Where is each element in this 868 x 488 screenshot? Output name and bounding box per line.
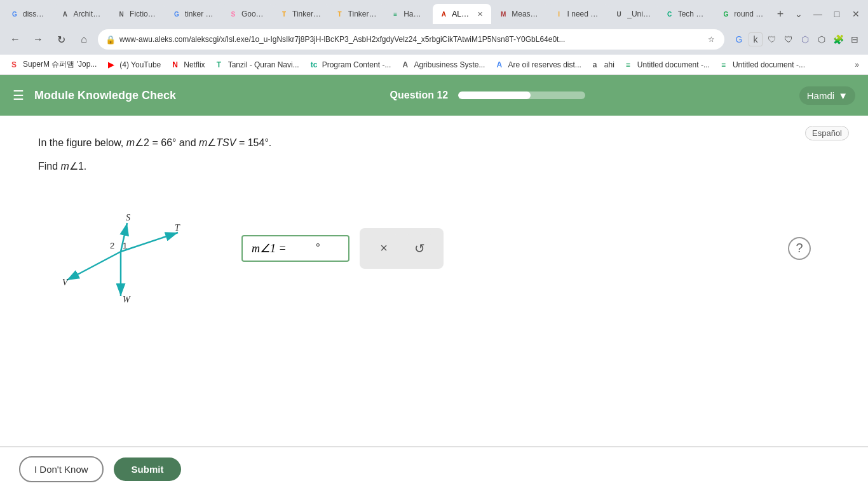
answer-area: m∠1 = ° × ↺	[241, 228, 444, 269]
tab-favicon-t13: C	[665, 10, 674, 18]
minimize-button[interactable]: —	[810, 6, 826, 22]
close-browser-button[interactable]: ✕	[848, 6, 864, 22]
back-button[interactable]: ←	[6, 30, 24, 48]
bookmark-item[interactable]: S SuperM 슈퍼맴 'Jop...	[6, 58, 102, 71]
tab-label-t8: Hamdi	[403, 10, 425, 18]
tab-label-t12: _Unit 3	[627, 10, 651, 18]
bookmark-favicon: T	[217, 60, 226, 69]
bookmarks-bar: S SuperM 슈퍼맴 'Jop... ▶ (4) YouTube N Net…	[0, 55, 868, 75]
tab-list-button[interactable]: ⌄	[790, 6, 807, 22]
help-button[interactable]: ?	[788, 237, 811, 260]
bookmark-item[interactable]: N Netflix	[167, 59, 210, 71]
bookmark-item[interactable]: ▶ (4) YouTube	[103, 59, 166, 71]
hamburger-menu[interactable]: ☰	[13, 88, 24, 103]
user-menu[interactable]: Hamdi ▼	[799, 86, 855, 105]
bookmark-favicon: A	[496, 60, 505, 69]
bookmark-label: SuperM 슈퍼맴 'Jop...	[23, 59, 97, 70]
url-bar: ← → ↻ ⌂ 🔒 www-awu.aleks.com/alekscgi/x/I…	[0, 24, 868, 55]
footer-bar: I Don't Know Submit	[0, 446, 868, 488]
ext-icon-2[interactable]: k	[749, 32, 763, 46]
answer-label: m∠1 =	[252, 241, 287, 255]
tab-label-t2: Archite...	[73, 10, 103, 18]
tab-label-t3: Fiction...	[130, 10, 158, 18]
bookmark-label: ahi	[604, 60, 614, 69]
question-area: Español In the figure below, m∠2 = 66° a…	[0, 116, 868, 446]
bookmark-label: (4) YouTube	[119, 60, 161, 69]
browser-tab-t13[interactable]: C Tech H...	[659, 4, 714, 24]
tab-bar: G dissent A Archite... N Fiction... G ti…	[0, 0, 868, 24]
forward-button[interactable]: →	[29, 30, 47, 48]
help-icon: ?	[796, 241, 803, 255]
bookmark-favicon: N	[172, 60, 181, 69]
bookmark-item[interactable]: ≡ Untitled document -...	[716, 59, 810, 71]
browser-tab-t10[interactable]: M Measu...	[492, 4, 546, 24]
ext-icon-7[interactable]: 🧩	[831, 32, 845, 46]
browser-tab-t2[interactable]: A Archite...	[54, 4, 109, 24]
degree-symbol: °	[316, 241, 320, 255]
bookmark-favicon: A	[402, 60, 411, 69]
aleks-header: ☰ Module Knowledge Check Question 12 Ham…	[0, 75, 868, 116]
tab-favicon-t8: ≡	[391, 10, 400, 18]
bookmark-favicon: ≡	[721, 60, 730, 69]
bookmark-favicon: tc	[311, 60, 320, 69]
browser-tab-t12[interactable]: U _Unit 3	[608, 4, 657, 24]
ext-icon-3[interactable]: 🛡	[765, 32, 779, 46]
new-tab-button[interactable]: +	[771, 5, 789, 23]
browser-tab-t7[interactable]: T Tinker ...	[329, 4, 384, 24]
tab-favicon-t10: M	[499, 10, 508, 18]
delete-keypad-button[interactable]: ×	[370, 234, 398, 262]
browser-tab-t5[interactable]: S Google	[222, 4, 272, 24]
user-chevron-icon: ▼	[838, 90, 848, 101]
url-icons: ☆	[705, 34, 717, 45]
submit-button[interactable]: Submit	[114, 458, 182, 481]
bookmark-item[interactable]: T Tanzil - Quran Navi...	[212, 59, 304, 71]
bookmark-item[interactable]: a ahi	[588, 59, 620, 71]
url-text: www-awu.aleks.com/alekscgi/x/Isl.exe/1o_…	[119, 35, 702, 44]
tab-label-t11: I need h...	[567, 10, 601, 18]
svg-text:T: T	[175, 223, 180, 233]
dont-know-button[interactable]: I Don't Know	[19, 456, 104, 482]
progress-bar-fill	[458, 92, 531, 99]
svg-text:W: W	[123, 295, 131, 304]
bookmarks-more-button[interactable]: »	[852, 59, 862, 71]
ext-icon-1[interactable]: G	[732, 32, 746, 46]
url-input[interactable]: 🔒 www-awu.aleks.com/alekscgi/x/Isl.exe/1…	[98, 29, 724, 50]
geometric-figure: V T S W 2 1	[38, 191, 203, 306]
bookmark-item[interactable]: ≡ Untitled document -...	[621, 59, 715, 71]
browser-tab-t9[interactable]: A ALEK ✕	[433, 4, 491, 24]
restore-button[interactable]: □	[829, 6, 845, 22]
undo-keypad-button[interactable]: ↺	[405, 234, 433, 262]
bookmark-favicon: ≡	[626, 60, 635, 69]
sidebar-toggle[interactable]: ⊟	[848, 32, 862, 46]
refresh-button[interactable]: ↻	[52, 30, 70, 48]
browser-tab-t14[interactable]: G round r...	[715, 4, 770, 24]
bookmark-item[interactable]: tc Program Content -...	[306, 59, 397, 71]
svg-line-2	[67, 252, 121, 280]
espanol-button[interactable]: Español	[805, 126, 849, 140]
browser-tab-t8[interactable]: ≡ Hamdi	[384, 4, 431, 24]
aleks-app: ☰ Module Knowledge Check Question 12 Ham…	[0, 75, 868, 488]
tab-favicon-t9: A	[439, 10, 448, 18]
ext-icon-6[interactable]: ⬡	[815, 32, 829, 46]
progress-bar-container	[458, 92, 585, 99]
browser-tab-t1[interactable]: G dissent	[4, 4, 53, 24]
browser-tab-t3[interactable]: N Fiction...	[111, 4, 165, 24]
bookmark-star-icon[interactable]: ☆	[705, 34, 717, 45]
bookmark-item[interactable]: A Are oil reserves dist...	[491, 59, 586, 71]
tab-label-t10: Measu...	[512, 10, 540, 18]
ext-icon-5[interactable]: ⬡	[798, 32, 812, 46]
ext-icon-4[interactable]: 🛡	[782, 32, 796, 46]
tab-favicon-t12: U	[614, 10, 623, 18]
home-button[interactable]: ⌂	[75, 30, 93, 48]
bookmark-item[interactable]: A Agribusiness Syste...	[397, 59, 490, 71]
tab-favicon-t6: T	[280, 10, 288, 18]
bookmark-favicon: S	[11, 60, 20, 69]
browser-tab-t6[interactable]: T Tinker ...	[273, 4, 328, 24]
bookmark-label: Agribusiness Syste...	[414, 60, 485, 69]
tab-close-t9[interactable]: ✕	[475, 9, 485, 19]
tab-favicon-t1: G	[10, 10, 19, 18]
angle1-input[interactable]	[290, 241, 316, 255]
browser-tab-t4[interactable]: G tinker v...	[166, 4, 221, 24]
browser-tab-t11[interactable]: I I need h...	[548, 4, 607, 24]
tab-controls: ⌄ — □ ✕	[790, 6, 864, 22]
